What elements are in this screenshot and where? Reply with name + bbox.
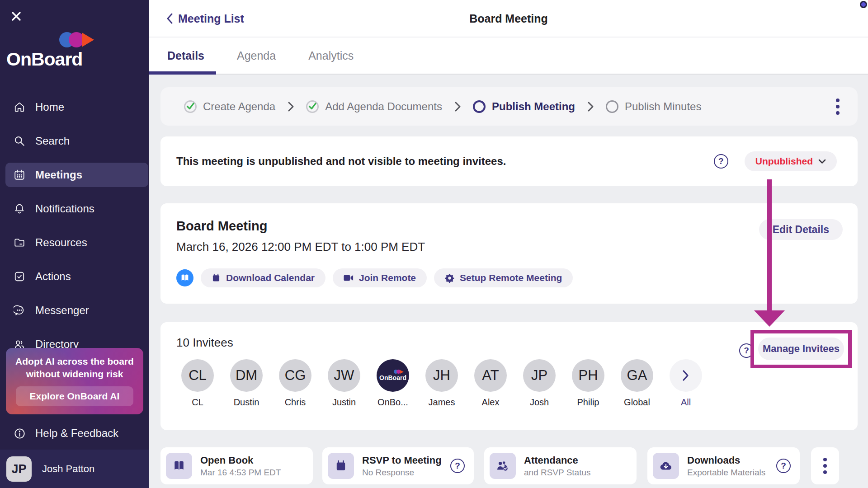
brand-logo-icon [6,32,94,48]
invitee-name: OnBo... [377,397,408,408]
sidebar-item-home[interactable]: Home [0,95,149,119]
card-subtitle: Exportable Materials [687,468,772,478]
invitee-justin[interactable]: JW Justin [325,359,363,408]
chat-icon [14,305,25,316]
tab-agenda[interactable]: Agenda [237,49,276,62]
meeting-title: Board Meeting [176,219,858,234]
invitee-name: Global [624,397,650,408]
sidebar-item-label: Home [35,101,64,113]
invitee-alex[interactable]: AT Alex [472,359,509,408]
explore-onboard-ai-button[interactable]: Explore OnBoard AI [16,386,133,406]
card-subtitle: Mar 16 4:53 PM EDT [200,468,304,478]
help-question-icon[interactable]: ? [776,459,791,473]
sidebar-item-label: Meetings [35,169,82,181]
help-feedback-item[interactable]: Help & Feedback [0,421,149,446]
brand-wordmark: OnBoard [6,49,95,70]
invitee-josh[interactable]: JP Josh [520,359,558,408]
sidebar-item-label: Search [35,135,70,147]
invitee-onboard[interactable]: OnBoard OnBo... [374,359,412,408]
more-cards-menu[interactable] [811,447,839,484]
setup-remote-meeting-button[interactable]: Setup Remote Meeting [434,268,573,287]
all-label: All [681,397,691,408]
help-feedback-label: Help & Feedback [35,427,118,440]
folder-icon [14,237,25,249]
sidebar-item-label: Resources [35,236,87,249]
sidebar-item-resources[interactable]: Resources [0,230,149,255]
step-label: Publish Minutes [625,100,701,113]
search-icon [14,135,25,147]
invitee-cl[interactable]: CL CL [179,359,217,408]
page-title: Board Meeting [149,0,868,37]
cloud-download-icon [653,453,679,479]
download-calendar-button[interactable]: Download Calendar [201,268,326,287]
meeting-details-card: Board Meeting March 16, 2026 12:00 PM ED… [160,203,858,304]
invitee-name: CL [192,397,203,408]
main-area: Meeting List Board Meeting Details Agend… [149,0,868,488]
status-badge: Unpublished [755,156,813,167]
people-check-icon [490,453,516,479]
invitee-name: Justin [332,397,356,408]
avatar: JH [425,359,458,392]
sidebar-item-notifications[interactable]: Notifications [0,197,149,221]
chevron-right-icon [670,359,702,392]
open-book-icon [180,274,189,282]
stepper-overflow-menu-icon[interactable] [836,99,840,115]
sidebar-item-search[interactable]: Search [0,129,149,153]
view-all-invitees-button[interactable]: All [667,359,705,408]
brand-logo-icon [394,370,404,374]
help-question-icon[interactable]: ? [714,154,728,169]
status-message: This meeting is unpublished and not visi… [176,155,506,168]
workflow-stepper: Create Agenda Add Agenda Documents Publi [160,87,858,126]
tab-analytics[interactable]: Analytics [308,49,354,62]
help-question-icon[interactable]: ? [450,459,465,473]
join-remote-button[interactable]: Join Remote [333,268,427,287]
user-name: Josh Patton [42,463,94,475]
invitee-james[interactable]: JH James [423,359,461,408]
gear-icon [445,273,454,283]
avatar: CG [279,359,311,392]
ai-promo-text-line1: Adopt AI across the board [6,355,143,368]
button-label: Download Calendar [226,272,315,283]
back-to-meeting-list-link[interactable]: Meeting List [165,0,244,37]
app-screen: OnBoard Home Search Meetings [0,0,868,488]
chevron-right-icon [286,101,295,113]
active-tab-underline [149,71,216,75]
sidebar-item-messenger[interactable]: Messenger [0,298,149,323]
avatar: JP [523,359,556,392]
step-create-agenda[interactable]: Create Agenda [184,100,275,113]
invitee-philip[interactable]: PH Philip [569,359,607,408]
sidebar-item-actions[interactable]: Actions [0,264,149,289]
publish-status-dropdown[interactable]: Unpublished [745,151,837,171]
rsvp-card[interactable]: RSVP to Meeting No Response ? [322,447,474,484]
invitee-name: Dustin [234,397,259,408]
sidebar-item-label: Messenger [35,304,89,317]
invitees-count-heading: 10 Invitees [176,336,233,350]
user-menu[interactable]: JP Josh Patton [0,450,149,488]
avatar: PH [572,359,604,392]
open-book-icon [166,453,192,479]
invitee-global[interactable]: GA Global [618,359,656,408]
step-label: Create Agenda [203,100,275,113]
invitee-chris[interactable]: CG Chris [276,359,314,408]
step-add-agenda-documents[interactable]: Add Agenda Documents [306,100,442,113]
avatar: DM [230,359,263,392]
video-camera-icon [344,274,354,282]
step-publish-meeting[interactable]: Publish Meeting [473,100,575,113]
sidebar-item-meetings[interactable]: Meetings [5,163,148,187]
sidebar: OnBoard Home Search Meetings [0,0,149,488]
onboard-logo-avatar: OnBoard [377,359,409,392]
attendance-card[interactable]: Attendance and RSVP Status [484,447,637,484]
sidebar-item-label: Notifications [35,202,94,215]
card-title: Downloads [687,455,772,466]
tab-details[interactable]: Details [167,49,204,62]
downloads-card[interactable]: Downloads Exportable Materials ? [647,447,800,484]
check-circle-icon [184,100,197,113]
invitee-avatars-row: CL CL DM Dustin CG Chris JW Justin [179,359,705,408]
invitee-dustin[interactable]: DM Dustin [227,359,265,408]
chevron-down-icon [818,159,826,164]
annotation-arrow-head [754,310,785,327]
close-icon[interactable] [10,10,23,23]
open-book-card[interactable]: Open Book Mar 16 4:53 PM EDT [160,447,313,484]
step-publish-minutes[interactable]: Publish Minutes [606,100,701,113]
calendar-icon [212,273,221,282]
